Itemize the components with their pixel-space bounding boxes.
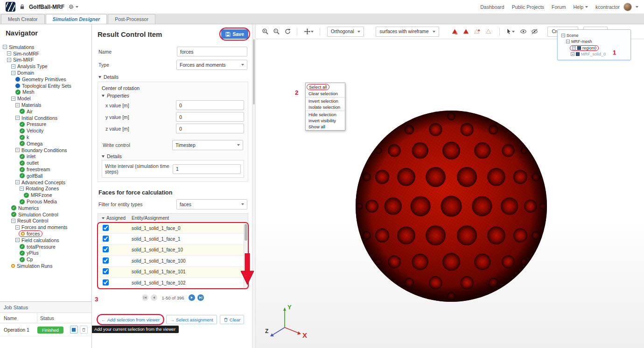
coord-input-z-value-m[interactable] <box>176 124 244 133</box>
job-stop-button[interactable] <box>70 326 78 334</box>
scene-tree-item-mrf-solid-0[interactable]: +MRF_solid_0 <box>560 51 629 58</box>
tree-item-forces[interactable]: forces <box>0 230 91 237</box>
tree-item-numerics[interactable]: ✓Numerics <box>0 205 91 211</box>
tree-item-rotating-zones[interactable]: −Rotating Zones <box>0 186 91 192</box>
projection-select[interactable]: Orthogonal <box>327 27 364 37</box>
collapse-icon[interactable]: − <box>11 64 15 69</box>
select-faces-icon[interactable] <box>461 27 471 36</box>
tree-item-simulation-control[interactable]: ✓Simulation Control <box>0 211 91 218</box>
tree-item-velocity[interactable]: ✓Velocity <box>0 127 91 134</box>
scrollbar-thumb[interactable] <box>245 224 247 241</box>
first-page-button[interactable] <box>142 294 148 301</box>
tree-item-model[interactable]: −Model <box>0 95 91 102</box>
collapse-icon[interactable]: − <box>15 238 20 242</box>
top-nav-link-forum[interactable]: Forum <box>552 4 566 10</box>
type-select[interactable]: Forces and moments <box>176 60 247 70</box>
user-menu-chevron-icon[interactable] <box>636 6 638 8</box>
context-menu-item-isolate-selection[interactable]: Isolate selection <box>306 104 345 110</box>
context-menu-item-invert-selection[interactable]: Invert selection <box>306 98 345 104</box>
table-row[interactable]: solid_1_solid_1_face_101 <box>98 267 248 278</box>
tree-item-forces-and-moments[interactable]: −Forces and moments <box>0 224 91 230</box>
user-avatar[interactable] <box>623 3 632 11</box>
tree-item-pressure[interactable]: ✓Pressure <box>0 121 91 128</box>
scrollbar-thumb[interactable] <box>253 39 255 104</box>
write-control-select[interactable]: Timestep <box>172 140 243 150</box>
properties-collapser[interactable]: Properties <box>102 93 244 98</box>
table-row[interactable]: solid_1_solid_1_face_102 <box>98 278 248 288</box>
scene-tree-item-mrf-mesh[interactable]: −MRF-mesh <box>560 39 629 45</box>
assigned-checkbox[interactable] <box>103 236 109 242</box>
assigned-checkbox[interactable] <box>103 258 109 264</box>
top-nav-link-kcontractor[interactable]: kcontractor <box>595 4 620 10</box>
zoom-out-button[interactable] <box>272 27 281 36</box>
tree-item-initial-conditions[interactable]: −Initial Conditions <box>0 115 91 121</box>
context-menu-item-select-all[interactable]: Select all <box>306 84 345 90</box>
collapse-icon[interactable]: − <box>20 187 24 191</box>
name-input[interactable] <box>177 47 247 56</box>
tree-item-simulations[interactable]: −Simulations <box>0 44 91 50</box>
context-menu-item-clear-selection[interactable]: Clear selection <box>306 90 345 97</box>
collapse-icon[interactable]: − <box>3 45 7 49</box>
context-menu-item-show-all[interactable]: Show all <box>306 124 345 130</box>
scene-tree-item-region0[interactable]: +region0 <box>560 45 629 51</box>
tree-item-yplus[interactable]: ✓yPlus <box>0 250 91 257</box>
collapse-icon[interactable]: − <box>15 103 20 107</box>
tree-item-omega[interactable]: ✓Omega <box>0 140 91 147</box>
collapse-icon[interactable]: − <box>11 219 15 223</box>
clear-assignment-button[interactable]: Clear <box>220 315 244 324</box>
tree-item-sim-nomrf[interactable]: −Sim-noMRF <box>0 50 91 57</box>
show-selection-eye-icon[interactable] <box>518 27 528 36</box>
collapse-icon[interactable]: − <box>11 97 15 101</box>
tree-item-outlet[interactable]: ✓outlet <box>0 160 91 166</box>
top-nav-link-dashboard[interactable]: Dashboard <box>480 4 504 10</box>
collapse-icon[interactable]: − <box>15 148 20 152</box>
reset-view-button[interactable] <box>283 27 293 36</box>
tree-item-geometry-primitives[interactable]: Geometry Primitives <box>0 76 91 83</box>
table-row[interactable]: solid_1_solid_1_face_1 <box>98 234 248 244</box>
expand-icon[interactable]: + <box>572 46 576 50</box>
tree-item-materials[interactable]: −Materials <box>0 102 91 108</box>
tree-item-freestream[interactable]: ✓freestream <box>0 166 91 173</box>
tree-item-porous-media[interactable]: ✓Porous Media <box>0 198 91 205</box>
tree-item-domain[interactable]: −Domain <box>0 70 91 76</box>
details-collapser[interactable]: Details <box>98 74 247 80</box>
assigned-checkbox[interactable] <box>103 268 109 274</box>
panel-scrollbar[interactable] <box>252 24 256 348</box>
tab-mesh-creator[interactable]: Mesh Creator <box>1 14 45 24</box>
assigned-checkbox[interactable] <box>103 246 109 252</box>
table-row[interactable]: solid_1_solid_1_face_10 <box>98 245 248 256</box>
tree-item-field-calculations[interactable]: −Field calculations <box>0 237 91 244</box>
details2-collapser[interactable]: Details <box>102 153 244 159</box>
context-menu-item-invert-visibility[interactable]: Invert visibility <box>306 118 345 124</box>
save-button[interactable]: Save <box>221 29 248 39</box>
coord-input-x-value-m[interactable] <box>176 100 244 110</box>
collapse-icon[interactable]: − <box>15 225 20 230</box>
select-assignment-button[interactable]: →Select assignment <box>166 315 217 324</box>
tree-item-cp[interactable]: ✓Cp <box>0 256 91 263</box>
collapse-icon[interactable]: − <box>15 116 20 120</box>
tree-item-advanced-concepts[interactable]: −Advanced Concepts <box>0 179 91 186</box>
select-add-icon[interactable] <box>472 27 482 36</box>
last-page-button[interactable] <box>197 294 204 301</box>
context-menu-item-hide-selection[interactable]: Hide selection <box>306 111 345 118</box>
assigned-checkbox[interactable] <box>103 279 109 285</box>
collapse-icon[interactable]: − <box>7 58 11 62</box>
next-page-button[interactable] <box>189 294 195 301</box>
add-selection-from-viewer-button[interactable]: ←Add selection from viewer <box>98 315 163 324</box>
collapse-icon[interactable]: − <box>7 51 11 56</box>
collapse-icon[interactable]: − <box>566 40 570 43</box>
project-settings-gear-icon[interactable] <box>68 4 78 10</box>
render-mode-select[interactable]: surfaces with wireframe <box>376 27 439 37</box>
tree-item-sim-mrf[interactable]: −Sim-MRF <box>0 57 91 63</box>
tree-item-air[interactable]: ✓Air <box>0 108 91 115</box>
entity-column-header[interactable]: Entity/Assignment <box>132 216 169 221</box>
tree-item-mesh[interactable]: ✓Mesh <box>0 89 91 96</box>
collapse-icon[interactable]: − <box>15 180 20 184</box>
app-logo[interactable] <box>6 2 15 12</box>
tab-post-processor[interactable]: Post-Processor <box>108 14 155 24</box>
collapse-icon[interactable]: − <box>11 71 15 75</box>
expand-icon[interactable]: + <box>571 52 574 56</box>
table-row[interactable]: solid_1_solid_1_face_100 <box>98 256 248 266</box>
write-interval-input[interactable] <box>173 164 241 174</box>
tree-item-totalpressure[interactable]: ✓totalPressure <box>0 244 91 250</box>
